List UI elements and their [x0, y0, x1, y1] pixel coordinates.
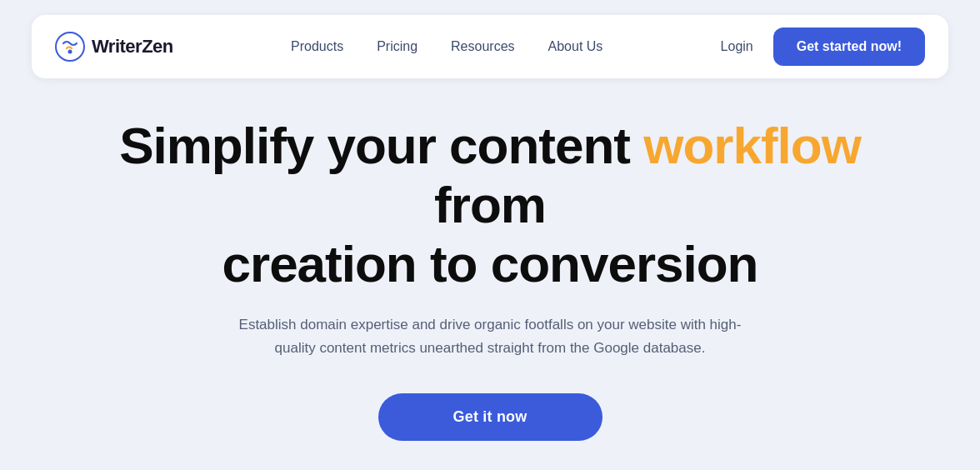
hero-title-part1: Simplify your content — [119, 117, 643, 174]
svg-point-1 — [68, 50, 72, 54]
hero-title-part2: from — [434, 176, 546, 233]
nav-link-about[interactable]: About Us — [548, 39, 603, 54]
logo-text: WriterZen — [92, 36, 173, 58]
hero-title: Simplify your content workflow from crea… — [67, 116, 913, 294]
logo-icon — [55, 32, 85, 62]
nav-links: Products Pricing Resources About Us — [291, 39, 602, 54]
get-it-now-button[interactable]: Get it now — [378, 393, 602, 441]
nav-link-products[interactable]: Products — [291, 39, 343, 54]
nav-link-pricing[interactable]: Pricing — [377, 39, 418, 54]
login-button[interactable]: Login — [721, 39, 753, 54]
hero-title-highlight: workflow — [643, 117, 861, 174]
navbar: WriterZen Products Pricing Resources Abo… — [32, 15, 948, 78]
navbar-right: Login Get started now! — [721, 28, 925, 66]
hero-title-line2: creation to conversion — [222, 235, 758, 292]
hero-subtitle: Establish domain expertise and drive org… — [223, 313, 757, 360]
logo-area: WriterZen — [55, 32, 173, 62]
hero-section: Simplify your content workflow from crea… — [0, 87, 980, 470]
nav-link-resources[interactable]: Resources — [451, 39, 514, 54]
get-started-button[interactable]: Get started now! — [773, 28, 925, 66]
